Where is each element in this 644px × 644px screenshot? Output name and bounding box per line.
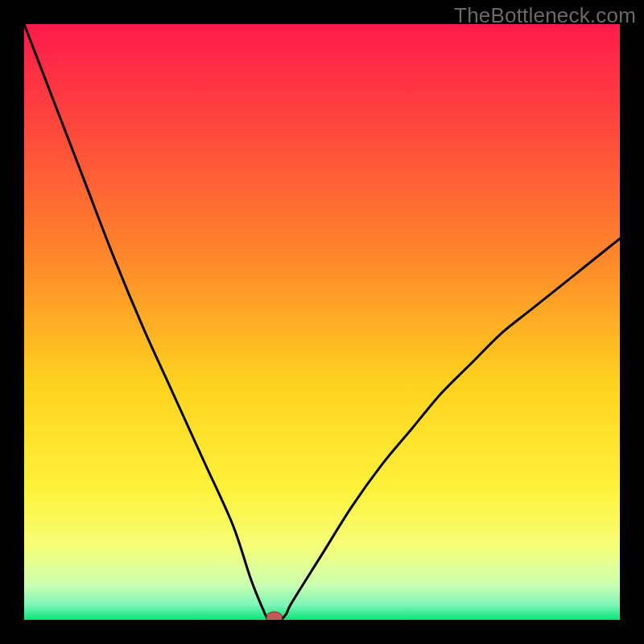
plot-area xyxy=(24,24,620,620)
optimal-point-marker xyxy=(266,612,283,620)
gradient-background xyxy=(24,24,620,620)
plot-svg xyxy=(24,24,620,620)
chart-frame: TheBottleneck.com xyxy=(0,0,644,644)
